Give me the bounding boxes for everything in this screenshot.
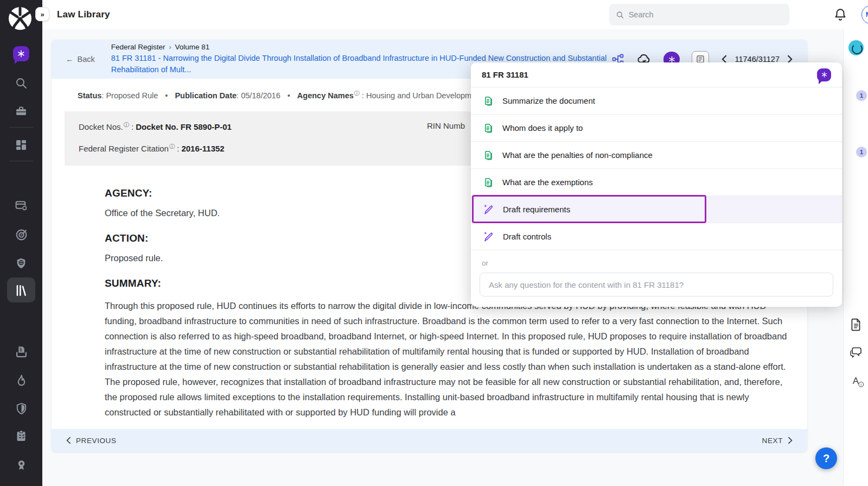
briefcase-icon [15, 105, 28, 118]
prompt-item-draft-requirements[interactable]: Draft requirements [471, 196, 842, 223]
badge-ribbon-icon [15, 459, 28, 471]
chevron-right-icon: › [169, 43, 171, 51]
sidebar-item-search[interactable] [13, 75, 29, 91]
flame-icon [15, 374, 28, 387]
citation-label: Federal Register Citation [79, 144, 169, 153]
prompt-label: Draft controls [503, 232, 551, 241]
sidebar-item-risk-shield[interactable] [13, 400, 29, 416]
ai-chat-bubble-icon [13, 46, 29, 61]
prompt-item-penalties[interactable]: What are the penalties of non-compliance [471, 142, 842, 169]
sidebar-item-tasks[interactable] [13, 428, 29, 444]
breadcrumb-federal-register[interactable]: Federal Register [111, 43, 165, 51]
info-icon[interactable]: ⓘ [354, 90, 360, 96]
sidebar-divider [9, 161, 33, 161]
page-title: Law Library [57, 9, 110, 20]
back-button[interactable]: ← Back [66, 55, 95, 64]
breadcrumb-volume[interactable]: Volume 81 [175, 43, 210, 51]
document-green-icon [483, 150, 494, 161]
citation-row: Federal Register Citationⓘ : 2016-11352 [79, 143, 225, 153]
prompt-label: Summarize the document [502, 96, 595, 105]
dashboard-grid-icon [15, 138, 28, 152]
annotation-count-badge: 1 [856, 90, 867, 101]
rin-number-label: RIN Numb [427, 121, 465, 130]
prompt-label: What are the exemptions [502, 178, 593, 187]
prompt-label: Whom does it apply to [502, 123, 583, 132]
status-label: Status [78, 91, 101, 100]
help-button[interactable]: ? [815, 447, 837, 469]
sidebar-item-ai-assistant[interactable] [13, 46, 29, 62]
left-sidebar [0, 0, 42, 486]
status-value: Proposed Rule [106, 91, 158, 100]
sync-status-spinner-icon[interactable] [848, 40, 864, 55]
publication-date-value: 05/18/2016 [241, 91, 280, 100]
target-icon [15, 228, 28, 242]
user-avatar[interactable]: MN [861, 5, 868, 24]
global-search[interactable] [609, 4, 789, 26]
document-status-row: Status: Proposed Rule • Publication Date… [78, 90, 480, 100]
or-separator-label: or [471, 250, 842, 273]
next-label: NEXT [762, 437, 783, 445]
breadcrumb: Federal Register › Volume 81 [111, 43, 612, 51]
clipboard-check-icon [15, 430, 28, 443]
chevron-right-icon [788, 437, 793, 444]
notifications-bell-icon[interactable] [833, 8, 847, 22]
sidebar-item-law-library[interactable] [13, 282, 29, 299]
app-window: » Law Library MN ← Back Federal Register… [0, 0, 868, 486]
annotation-count-badge: 1 [856, 147, 867, 157]
sidebar-item-dashboard[interactable] [13, 137, 29, 153]
agency-names-label: Agency Names [297, 91, 354, 100]
popup-document-title: 81 FR 31181 [482, 70, 528, 79]
ask-question-input[interactable] [480, 273, 833, 296]
document-green-icon [483, 96, 494, 106]
shield-globe-icon [15, 257, 27, 269]
document-pager-bar: PREVIOUS NEXT [52, 429, 807, 452]
previous-label: PREVIOUS [76, 437, 117, 445]
rail-document-icon[interactable] [850, 318, 862, 333]
agency-names-value: Housing and Urban Developmen [366, 91, 480, 100]
search-icon [15, 77, 28, 90]
sidebar-item-certifications[interactable] [13, 457, 29, 473]
summary-text: Through this proposed rule, HUD continue… [105, 298, 795, 420]
draft-pen-purple-icon [483, 204, 494, 215]
ai-chat-bubble-icon [817, 68, 831, 81]
citation-value: 2016-11352 [181, 144, 224, 153]
rail-text-settings-icon[interactable]: Ai [853, 376, 859, 387]
prompt-item-draft-controls[interactable]: Draft controls [471, 223, 842, 250]
rail-comments-icon[interactable] [850, 346, 863, 361]
ai-prompt-popup: 81 FR 31181 Summarize the document Whom … [471, 62, 842, 307]
prompt-item-whom-applies[interactable]: Whom does it apply to [471, 115, 842, 142]
draft-pen-purple-icon [483, 231, 494, 242]
prompt-item-exemptions[interactable]: What are the exemptions [471, 169, 842, 196]
next-page-button[interactable]: NEXT [762, 437, 793, 445]
prompt-label: What are the penalties of non-compliance [502, 150, 653, 160]
info-icon[interactable]: ⓘ [169, 143, 175, 149]
document-green-icon [483, 123, 494, 134]
sidebar-item-subscriptions[interactable] [13, 197, 29, 213]
top-bar: Law Library MN [42, 0, 868, 29]
sidebar-item-briefcase[interactable] [13, 103, 29, 119]
search-icon [616, 10, 624, 20]
sidebar-item-trending[interactable] [13, 372, 29, 388]
chevron-left-icon [66, 437, 71, 444]
publication-date-label: Publication Date [175, 91, 237, 100]
back-arrow-icon: ← [66, 55, 74, 64]
shield-half-icon [15, 402, 28, 415]
prompt-label: Draft requirements [503, 205, 570, 214]
back-label: Back [78, 55, 95, 64]
info-icon[interactable]: ⓘ [124, 122, 129, 128]
document-tray-icon [15, 345, 28, 358]
docket-label: Docket Nos. [79, 122, 123, 131]
sidebar-expand-button[interactable]: » [35, 7, 49, 21]
sidebar-item-global-compliance[interactable] [13, 255, 29, 272]
sidebar-item-goals[interactable] [13, 226, 29, 243]
prompt-item-summarize[interactable]: Summarize the document [471, 87, 842, 115]
sidebar-item-document-inbox[interactable] [13, 343, 29, 359]
sidebar-divider [9, 127, 33, 128]
library-books-icon [14, 283, 28, 298]
search-input[interactable] [629, 10, 783, 19]
docket-value: Docket No. FR 5890-P-01 [136, 122, 232, 131]
previous-page-button[interactable]: PREVIOUS [66, 437, 117, 445]
brand-logo-icon [5, 4, 35, 35]
chevrons-right-icon: » [40, 10, 44, 18]
docket-number-row: Docket Nos.ⓘ : Docket No. FR 5890-P-01 [79, 121, 232, 131]
